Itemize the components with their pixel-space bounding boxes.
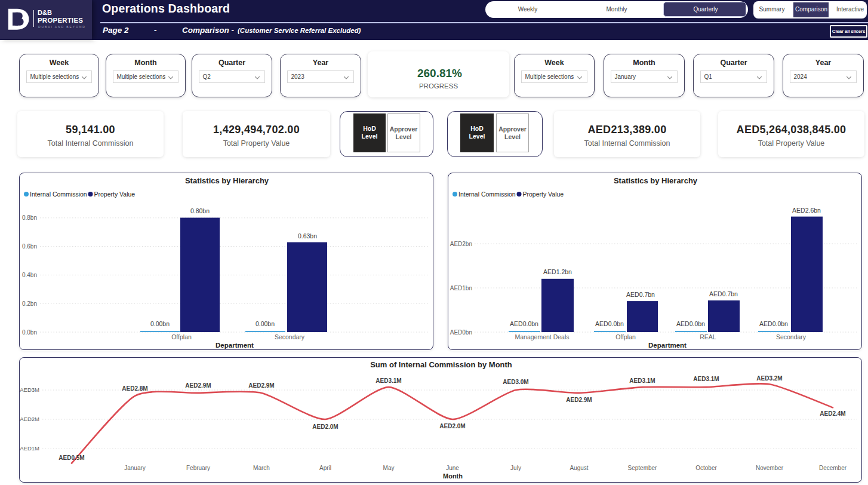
svg-text:September: September [628, 465, 658, 471]
svg-text:AED2.6bn: AED2.6bn [792, 207, 821, 214]
svg-text:AED2bn: AED2bn [450, 241, 472, 247]
svg-text:August: August [570, 465, 588, 471]
svg-text:0.0bn: 0.0bn [22, 329, 37, 336]
svg-text:Department: Department [648, 342, 687, 349]
svg-text:AED3M: AED3M [20, 386, 39, 393]
svg-text:AED1bn: AED1bn [450, 285, 472, 291]
svg-text:Sum of Internal Commission by: Sum of Internal Commission by Month [370, 360, 512, 369]
svg-text:0.6bn: 0.6bn [22, 243, 37, 250]
svg-text:AED3.2M: AED3.2M [756, 375, 782, 382]
svg-text:REAL: REAL [700, 333, 716, 340]
svg-text:AED0.5M: AED0.5M [59, 455, 84, 461]
svg-text:AED2.9M: AED2.9M [185, 382, 211, 389]
svg-text:0.2bn: 0.2bn [22, 300, 37, 307]
svg-text:AED2.0M: AED2.0M [312, 423, 338, 430]
svg-text:November: November [756, 465, 784, 471]
svg-text:AED2.8M: AED2.8M [122, 385, 147, 392]
svg-text:0.80bn: 0.80bn [190, 207, 210, 214]
svg-text:AED2M: AED2M [20, 416, 39, 422]
svg-text:October: October [695, 465, 717, 471]
svg-text:AED2.9M: AED2.9M [566, 397, 592, 403]
svg-text:March: March [253, 465, 270, 471]
svg-text:Internal Commission: Internal Commission [458, 191, 516, 198]
svg-text:February: February [186, 465, 210, 471]
svg-text:AED3.0M: AED3.0M [503, 379, 528, 385]
svg-text:June: June [446, 465, 459, 471]
svg-text:AED0.7bn: AED0.7bn [626, 291, 655, 298]
svg-text:Offplan: Offplan [171, 333, 192, 340]
svg-text:AED2.9M: AED2.9M [248, 382, 274, 389]
svg-text:AED0.7bn: AED0.7bn [709, 290, 738, 297]
svg-text:Offplan: Offplan [615, 333, 636, 340]
svg-text:Property Value: Property Value [523, 191, 564, 198]
svg-text:AED0.0bn: AED0.0bn [759, 320, 788, 327]
svg-text:0.63bn: 0.63bn [298, 232, 317, 240]
svg-text:Statistics by Hierarchy: Statistics by Hierarchy [614, 176, 698, 185]
svg-text:AED3.1M: AED3.1M [693, 376, 719, 382]
svg-text:Secondary: Secondary [776, 333, 807, 340]
svg-text:December: December [819, 465, 847, 471]
svg-text:AED0.0bn: AED0.0bn [510, 320, 538, 327]
svg-text:0.00bn: 0.00bn [256, 320, 275, 327]
svg-text:0.4bn: 0.4bn [22, 272, 37, 278]
svg-text:AED3.1M: AED3.1M [629, 377, 655, 384]
svg-text:April: April [319, 465, 331, 471]
svg-text:Internal Commission: Internal Commission [30, 191, 87, 198]
svg-text:May: May [383, 465, 395, 471]
svg-text:AED3.1M: AED3.1M [375, 377, 401, 384]
svg-text:Statistics by Hierarchy: Statistics by Hierarchy [185, 176, 269, 185]
svg-text:January: January [124, 465, 146, 471]
svg-text:July: July [510, 465, 521, 471]
svg-text:0.8bn: 0.8bn [22, 214, 37, 221]
svg-text:Secondary: Secondary [275, 333, 305, 340]
svg-text:Month: Month [443, 472, 463, 480]
svg-text:AED0.0bn: AED0.0bn [676, 320, 705, 327]
svg-text:AED2.0M: AED2.0M [439, 423, 465, 429]
svg-text:AED0.0bn: AED0.0bn [595, 320, 624, 327]
svg-text:AED0bn: AED0bn [450, 329, 472, 336]
svg-text:0.00bn: 0.00bn [150, 320, 170, 327]
svg-text:AED1M: AED1M [20, 445, 39, 452]
svg-text:Department: Department [216, 342, 254, 349]
svg-text:AED2.4M: AED2.4M [820, 410, 845, 417]
svg-text:Management Deals: Management Deals [515, 333, 569, 340]
svg-text:AED1.2bn: AED1.2bn [543, 268, 572, 275]
svg-text:Property Value: Property Value [94, 191, 136, 198]
